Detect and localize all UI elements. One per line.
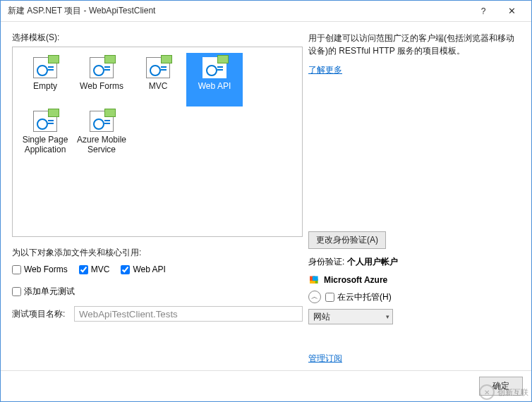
template-azure-mobile[interactable]: Azure Mobile Service bbox=[73, 106, 130, 160]
watermark-icon: ✕ bbox=[479, 384, 495, 400]
checkbox-mvc[interactable]: MVC bbox=[79, 264, 110, 274]
change-auth-button[interactable]: 更改身份验证(A) bbox=[308, 231, 386, 249]
left-pane: 选择模板(S): Empty Web Forms MVC Web API bbox=[12, 32, 303, 365]
azure-icon bbox=[313, 276, 318, 281]
test-project-input[interactable] bbox=[74, 306, 303, 322]
learn-more-link[interactable]: 了解更多 bbox=[308, 64, 520, 76]
template-list: Empty Web Forms MVC Web API Single Page … bbox=[12, 47, 303, 237]
checkbox-host-input[interactable] bbox=[325, 293, 334, 302]
auth-section: 更改身份验证(A) 身份验证: 个人用户帐户 Microsoft Azure ︿… bbox=[308, 231, 520, 365]
auth-label-row: 身份验证: 个人用户帐户 bbox=[308, 256, 520, 268]
add-refs-label: 为以下对象添加文件夹和核心引用: bbox=[12, 247, 303, 259]
template-icon bbox=[146, 57, 170, 78]
test-project-row: 测试项目名称: bbox=[12, 306, 303, 322]
window-title: 新建 ASP.NET 项目 - WebApiTestClient bbox=[8, 5, 469, 17]
host-type-combo[interactable]: 网站 ▾ bbox=[308, 309, 393, 324]
template-webapi[interactable]: Web API bbox=[186, 53, 243, 106]
checkbox-host[interactable]: 在云中托管(H) bbox=[325, 291, 392, 303]
template-icon bbox=[33, 111, 57, 132]
template-spa[interactable]: Single Page Application bbox=[17, 106, 73, 160]
dialog-footer: 确定 ✕ 创新互联 bbox=[1, 370, 531, 401]
chevron-down-icon: ▾ bbox=[386, 313, 389, 320]
checkbox-unittest[interactable]: 添加单元测试 bbox=[12, 286, 303, 298]
content-area: 选择模板(S): Empty Web Forms MVC Web API bbox=[1, 22, 531, 370]
checkbox-webapi-input[interactable] bbox=[121, 265, 130, 274]
expand-button[interactable]: ︿ bbox=[308, 291, 321, 303]
dialog-window: 新建 ASP.NET 项目 - WebApiTestClient ? ✕ 选择模… bbox=[0, 0, 532, 402]
manage-subscription-link[interactable]: 管理订阅 bbox=[308, 353, 342, 365]
right-pane: 用于创建可以访问范围广泛的客户端(包括浏览器和移动设备)的 RESTful HT… bbox=[308, 32, 520, 365]
watermark: ✕ 创新互联 bbox=[479, 384, 528, 400]
refs-checkbox-row: Web Forms MVC Web API bbox=[12, 264, 303, 274]
checkbox-mvc-input[interactable] bbox=[79, 265, 88, 274]
template-icon bbox=[33, 57, 57, 78]
host-row: ︿ 在云中托管(H) bbox=[308, 291, 520, 303]
titlebar: 新建 ASP.NET 项目 - WebApiTestClient ? ✕ bbox=[1, 1, 531, 22]
template-mvc[interactable]: MVC bbox=[130, 53, 186, 106]
manage-subscription-row: 管理订阅 bbox=[308, 353, 520, 365]
template-empty[interactable]: Empty bbox=[17, 53, 73, 106]
help-button[interactable]: ? bbox=[469, 6, 497, 16]
checkbox-webapi[interactable]: Web API bbox=[121, 264, 165, 274]
test-project-label: 测试项目名称: bbox=[12, 308, 67, 320]
checkbox-unittest-input[interactable] bbox=[12, 287, 21, 296]
template-description: 用于创建可以访问范围广泛的客户端(包括浏览器和移动设备)的 RESTful HT… bbox=[308, 32, 520, 57]
template-icon bbox=[90, 111, 114, 132]
azure-header: Microsoft Azure bbox=[308, 275, 520, 285]
template-icon bbox=[90, 57, 114, 78]
checkbox-webforms-input[interactable] bbox=[12, 265, 21, 274]
checkbox-webforms[interactable]: Web Forms bbox=[12, 264, 68, 274]
auth-value: 个人用户帐户 bbox=[347, 257, 398, 267]
select-template-label: 选择模板(S): bbox=[12, 32, 303, 44]
template-webforms[interactable]: Web Forms bbox=[73, 53, 130, 106]
close-button[interactable]: ✕ bbox=[497, 6, 526, 16]
template-icon bbox=[202, 57, 226, 78]
